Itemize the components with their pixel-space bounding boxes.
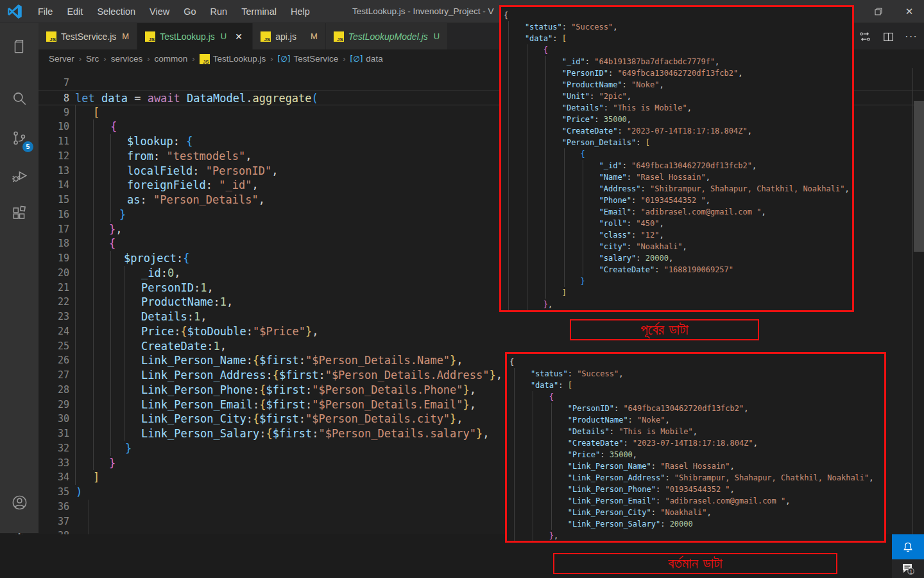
- indent-guide: [75, 251, 76, 266]
- indent-guide: [527, 148, 527, 160]
- json-line: "data": [: [506, 33, 852, 44]
- indent-guide: [545, 160, 546, 171]
- explorer-icon[interactable]: [0, 31, 38, 62]
- tab-testservice-js[interactable]: JSTestService.jsM: [38, 23, 137, 49]
- indent-guide: [533, 507, 533, 518]
- indent-guide: [508, 21, 509, 33]
- menu-selection[interactable]: Selection: [90, 0, 142, 23]
- indent-guide: [110, 383, 111, 398]
- indent-guide: [514, 426, 515, 437]
- split-editor-icon[interactable]: [879, 28, 897, 45]
- indent-guide: [89, 514, 89, 529]
- breadcrumb-item-data[interactable]: [∅]data: [350, 54, 383, 64]
- menu-terminal[interactable]: Terminal: [234, 0, 284, 23]
- menu-view[interactable]: View: [142, 0, 176, 23]
- indent-guide: [545, 264, 546, 276]
- account-icon[interactable]: [0, 487, 38, 518]
- indent-guide: [551, 518, 552, 530]
- extensions-icon[interactable]: [0, 198, 38, 229]
- line-number: 13: [38, 164, 69, 179]
- json-line: "data": [: [512, 380, 884, 391]
- line-number: 31: [38, 426, 69, 441]
- run-and-debug-icon[interactable]: [0, 160, 38, 191]
- json-line: "PersonID": "649fbca130462720df13fcb2",: [506, 67, 852, 79]
- indent-guide: [508, 229, 509, 241]
- menu-go[interactable]: Go: [176, 0, 203, 23]
- breadcrumb-item-server[interactable]: Server: [49, 54, 74, 64]
- indent-guide: [75, 470, 76, 485]
- line-number: 18: [38, 236, 69, 251]
- indent-guide: [583, 264, 583, 276]
- json-line: "roll": "450",: [506, 218, 852, 229]
- indent-guide: [527, 44, 527, 56]
- breadcrumb-item-services[interactable]: services: [111, 54, 143, 64]
- tab-testlookupmodel-js[interactable]: JSTestLookupModel.jsU: [326, 23, 448, 49]
- breadcrumb-item-testservice[interactable]: [∅]TestService: [278, 54, 339, 64]
- indent-guide: [514, 507, 515, 518]
- indent-guide: [110, 164, 111, 179]
- indent-guide: [527, 160, 527, 171]
- open-changes-icon[interactable]: [856, 28, 874, 45]
- indent-guide: [75, 295, 76, 310]
- indent-guide: [110, 339, 111, 354]
- breadcrumb-separator: ›: [270, 54, 273, 64]
- menu-edit[interactable]: Edit: [60, 0, 90, 23]
- breadcrumb-item-src[interactable]: Src: [86, 54, 99, 64]
- source-control-icon[interactable]: 5: [0, 123, 38, 153]
- json-line: ]: [506, 287, 852, 299]
- notification-bell-button[interactable]: [892, 534, 924, 559]
- indent-guide: [508, 125, 509, 137]
- indent-guide: [124, 398, 124, 412]
- symbol-icon: [∅]: [278, 55, 291, 64]
- indent-guide: [583, 229, 583, 241]
- scrollbar-thumb[interactable]: [914, 101, 924, 252]
- indent-guide: [93, 149, 94, 164]
- indent-guide: [93, 383, 94, 398]
- indent-guide: [564, 160, 565, 171]
- indent-guide: [93, 119, 94, 134]
- indent-guide: [508, 56, 509, 67]
- breadcrumb-item-common[interactable]: common: [155, 54, 188, 64]
- indent-guide: [124, 353, 124, 368]
- tab-api-js[interactable]: JSapi.jsM: [253, 23, 326, 49]
- line-number: 27: [38, 368, 69, 383]
- indent-guide: [89, 500, 89, 514]
- indent-guide: [110, 193, 111, 207]
- breadcrumb-item-testlookup-js[interactable]: JSTestLookup.js: [200, 54, 266, 64]
- indent-guide: [564, 252, 565, 264]
- json-line: "Person_Details": [: [506, 137, 852, 148]
- window-title: TestLookup.js - Invenotry_Project - V: [352, 0, 494, 23]
- line-number: 15: [38, 193, 69, 207]
- search-icon[interactable]: [0, 83, 38, 114]
- indent-guide: [75, 105, 76, 120]
- tab-label: TestLookup.js: [160, 31, 215, 42]
- menu-run[interactable]: Run: [203, 0, 235, 23]
- indent-guide: [508, 79, 509, 91]
- indent-guide: [508, 67, 509, 79]
- vscode-window: FileEditSelectionViewGoRunTerminalHelp T…: [0, 0, 924, 578]
- indent-guide: [527, 137, 527, 148]
- close-tab-icon[interactable]: ✕: [233, 31, 244, 42]
- feedback-button[interactable]: 1: [892, 559, 924, 578]
- menu-help[interactable]: Help: [284, 0, 317, 23]
- indent-guide: [508, 137, 509, 148]
- indent-guide: [551, 484, 552, 495]
- json-line: "CreateDate": "2023-07-14T18:17:18.804Z"…: [512, 437, 884, 449]
- indent-guide: [75, 119, 76, 134]
- close-window-icon[interactable]: ✕: [894, 0, 924, 23]
- breadcrumb-separator: ›: [147, 54, 150, 64]
- indent-guide: [508, 148, 509, 160]
- js-file-icon: JS: [200, 54, 210, 64]
- source-control-badge: 5: [22, 141, 33, 152]
- restore-window-icon[interactable]: [864, 0, 893, 23]
- indent-guide: [514, 437, 515, 449]
- indent-guide: [583, 206, 583, 218]
- editor-actions: ···: [856, 28, 920, 45]
- more-actions-icon[interactable]: ···: [902, 28, 920, 45]
- js-file-icon: JS: [145, 31, 155, 42]
- indent-guide: [564, 183, 565, 195]
- tab-testlookup-js[interactable]: JSTestLookup.jsU✕: [137, 23, 253, 49]
- indent-guide: [124, 310, 124, 324]
- menu-file[interactable]: File: [31, 0, 60, 23]
- indent-guide: [110, 426, 111, 441]
